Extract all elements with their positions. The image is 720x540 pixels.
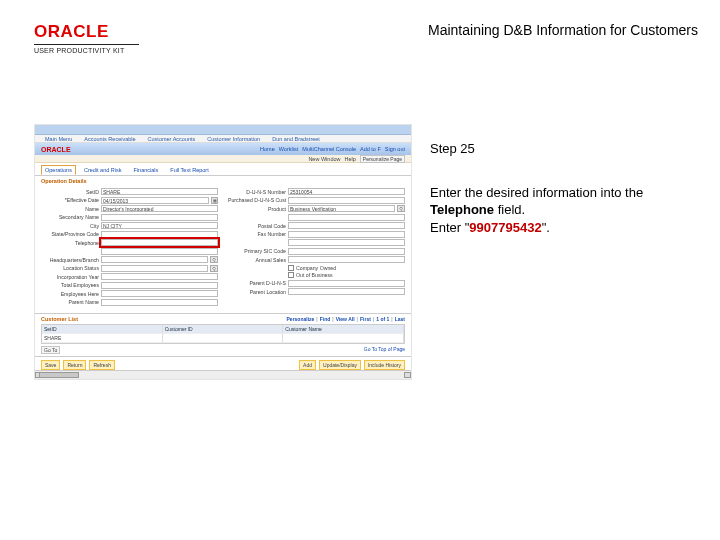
purchased-d-u-n-s-customer-information-input[interactable] (288, 197, 405, 204)
save-button[interactable]: Save (41, 360, 60, 370)
top-link-2[interactable]: MultiChannel Console (302, 146, 356, 152)
step-number: Step 25 (430, 140, 690, 158)
employees-here-input[interactable] (101, 290, 218, 297)
incorporation-year-input[interactable] (101, 273, 218, 280)
field-label: Parent Name (41, 299, 99, 305)
logo-subtitle: USER PRODUCTIVITY KIT (34, 44, 139, 54)
parent-d-u-n-s-input[interactable] (288, 280, 405, 287)
instructions-panel: Step 25 Enter the desired information in… (430, 140, 690, 236)
tab-financials[interactable]: Financials (130, 165, 163, 175)
grid-col-header[interactable]: Customer ID (163, 325, 284, 334)
total-employees-input[interactable] (101, 282, 218, 289)
field-label: Postal Code (228, 223, 286, 229)
top-link-3[interactable]: Add to F (360, 146, 381, 152)
postal-code-input[interactable] (288, 222, 405, 229)
top-link-0[interactable]: Home (260, 146, 275, 152)
context-link-new-window[interactable]: New Window (308, 156, 340, 162)
grid-top-link[interactable]: Go To Top of Page (364, 346, 405, 354)
breadcrumb-0[interactable]: Main Menu (41, 135, 76, 143)
tab-operations[interactable]: Operations (41, 165, 76, 175)
field-row: D-U-N-S Number25310054 (228, 188, 405, 195)
field-row: Telephone (41, 239, 218, 246)
field-row: ProductBusiness VerificationQ (228, 205, 405, 212)
field-row: Secondary Name (41, 214, 218, 221)
grid-goto-button[interactable]: Go To (41, 346, 60, 354)
table-row[interactable]: SHARE (42, 334, 404, 343)
tab-credit-and-risk[interactable]: Credit and Risk (80, 165, 126, 175)
checkbox[interactable] (288, 265, 294, 271)
field-label: Telephone (41, 240, 99, 246)
logo-brand: ORACLE (34, 22, 139, 42)
breadcrumb-1[interactable]: Accounts Receivable (80, 135, 139, 143)
grid-title: Customer List (41, 316, 78, 322)
field-label: Product (228, 206, 286, 212)
field-input[interactable] (101, 248, 218, 255)
field-row: Parent Name (41, 299, 218, 306)
scroll-thumb[interactable] (39, 372, 79, 378)
parent-location-input[interactable] (288, 288, 405, 295)
app-screenshot: Main MenuAccounts ReceivableCustomer Acc… (34, 124, 412, 380)
fax-number-input[interactable] (288, 231, 405, 238)
top-link-4[interactable]: Sign out (385, 146, 405, 152)
headquarters-branch-input[interactable] (101, 256, 208, 263)
lookup-icon[interactable]: Q (397, 205, 405, 212)
field-label: City (41, 223, 99, 229)
context-link-help[interactable]: Help (344, 156, 355, 162)
horizontal-scrollbar[interactable] (35, 370, 411, 379)
setid-input[interactable]: SHARE (101, 188, 218, 195)
grid-nav-1[interactable]: Find (320, 316, 331, 322)
grid-nav-5[interactable]: Last (395, 316, 405, 322)
field-label: D-U-N-S Number (228, 189, 286, 195)
annual-sales-input[interactable] (288, 256, 405, 263)
instruction-line-2: Enter "9907795432". (430, 219, 690, 237)
d-u-n-s-number-input[interactable]: 25310054 (288, 188, 405, 195)
refresh-button[interactable]: Refresh (89, 360, 115, 370)
scroll-right-arrow-icon[interactable] (404, 372, 411, 378)
state-province-code-input[interactable] (101, 231, 218, 238)
grid-nav-0[interactable]: Personalize (287, 316, 315, 322)
context-link-personalize[interactable]: Personalize Page (360, 155, 405, 163)
parent-name-input[interactable] (101, 299, 218, 306)
tab-full-text-report[interactable]: Full Text Report (166, 165, 212, 175)
grid-col-header[interactable]: Customer Name (283, 325, 404, 334)
breadcrumb-2[interactable]: Customer Accounts (144, 135, 200, 143)
lookup-icon[interactable]: Q (210, 265, 218, 272)
section-operation-details: Operation Details (35, 176, 411, 186)
update-display-button[interactable]: Update/Display (319, 360, 361, 370)
-effective-date-input[interactable]: 04/15/2013 (101, 197, 209, 204)
telephone-input[interactable] (101, 239, 218, 246)
product-input[interactable]: Business Verification (288, 205, 395, 212)
field-row: *Effective Date04/15/2013▦ (41, 197, 218, 204)
breadcrumb-4[interactable]: Dun and Bradstreet (268, 135, 324, 143)
field-label: State/Province Code (41, 231, 99, 237)
field-input[interactable] (288, 239, 405, 246)
field-row (228, 239, 405, 246)
app-header: ORACLE HomeWorklistMultiChannel ConsoleA… (35, 143, 411, 155)
breadcrumb-3[interactable]: Customer Information (203, 135, 264, 143)
field-row: Postal Code (228, 222, 405, 229)
field-label: Name (41, 206, 99, 212)
return-button[interactable]: Return (63, 360, 86, 370)
checkbox[interactable] (288, 272, 294, 278)
primary-sic-code-input[interactable] (288, 248, 405, 255)
secondary-name-input[interactable] (101, 214, 218, 221)
field-row: Employees Here (41, 290, 218, 297)
calendar-icon[interactable]: ▦ (211, 197, 218, 204)
field-row: Headquarters/BranchQ (41, 256, 218, 263)
lookup-icon[interactable]: Q (210, 256, 218, 263)
location-status-input[interactable] (101, 265, 208, 272)
grid-nav-3[interactable]: First (360, 316, 371, 322)
grid-cell (283, 334, 404, 343)
grid-col-header[interactable]: SetID (42, 325, 163, 334)
name-input[interactable]: Director's Incorporated (101, 205, 218, 212)
top-link-1[interactable]: Worklist (279, 146, 298, 152)
field-input[interactable] (288, 214, 405, 221)
grid-nav-4[interactable]: 1 of 1 (376, 316, 389, 322)
city-input[interactable]: NJ CITY (101, 222, 218, 229)
include-history-button[interactable]: Include History (364, 360, 405, 370)
field-row: Incorporation Year (41, 273, 218, 280)
add-button[interactable]: Add (299, 360, 316, 370)
field-row: Total Employees (41, 282, 218, 289)
grid-nav-2[interactable]: View All (336, 316, 355, 322)
field-row: CityNJ CITY (41, 222, 218, 229)
